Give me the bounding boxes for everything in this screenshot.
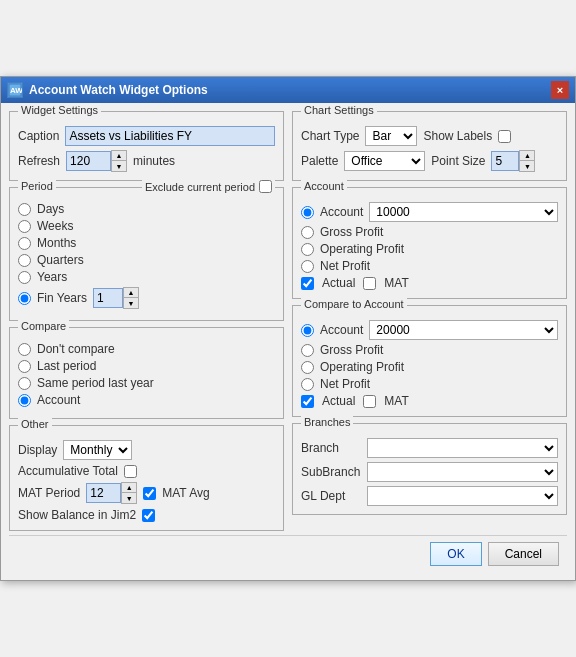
dont-compare-radio[interactable] (18, 343, 31, 356)
account-radio[interactable] (301, 206, 314, 219)
compare-content: Don't compare Last period Same period la… (18, 336, 275, 407)
palette-label: Palette (301, 154, 338, 168)
mat-period-down-button[interactable]: ▼ (122, 493, 136, 503)
ok-button[interactable]: OK (430, 542, 481, 566)
finyears-spinner-buttons: ▲ ▼ (123, 287, 139, 309)
compare-to-account-group: Compare to Account Account 20000 Gross P… (292, 305, 567, 417)
point-size-spinner-buttons: ▲ ▼ (519, 150, 535, 172)
finyears-spinner: ▲ ▼ (93, 287, 139, 309)
caption-input[interactable] (65, 126, 275, 146)
finyears-down-button[interactable]: ▼ (124, 298, 138, 308)
months-label: Months (37, 236, 76, 250)
refresh-down-button[interactable]: ▼ (112, 161, 126, 171)
compare-operating-profit-radio[interactable] (301, 361, 314, 374)
point-size-down-button[interactable]: ▼ (520, 161, 534, 171)
show-balance-checkbox[interactable] (142, 509, 155, 522)
refresh-input[interactable] (66, 151, 111, 171)
finyears-input[interactable] (93, 288, 123, 308)
accumulative-checkbox[interactable] (124, 465, 137, 478)
compare-net-profit-label: Net Profit (320, 377, 370, 391)
compare-gross-profit-radio[interactable] (301, 344, 314, 357)
same-period-radio[interactable] (18, 377, 31, 390)
palette-row: Palette Office Default Classic Grayscale… (301, 150, 558, 172)
compare-gross-profit-label: Gross Profit (320, 343, 383, 357)
compare-actual-mat-row: Actual MAT (301, 394, 558, 408)
same-period-row: Same period last year (18, 376, 275, 390)
display-select[interactable]: Monthly Weekly Daily Yearly (63, 440, 132, 460)
chart-type-select[interactable]: Bar Line Area Pie (365, 126, 417, 146)
actual-checkbox[interactable] (301, 277, 314, 290)
same-period-label: Same period last year (37, 376, 154, 390)
account-select[interactable]: 10000 (369, 202, 558, 222)
other-group-label: Other (18, 418, 52, 430)
years-row: Years (18, 270, 275, 284)
operating-profit-label: Operating Profit (320, 242, 404, 256)
subbranch-select[interactable] (367, 462, 558, 482)
refresh-spinner-buttons: ▲ ▼ (111, 150, 127, 172)
mat-checkbox[interactable] (363, 277, 376, 290)
compare-net-profit-row: Net Profit (301, 377, 558, 391)
weeks-label: Weeks (37, 219, 73, 233)
app-icon: AW (7, 82, 23, 98)
minutes-label: minutes (133, 154, 175, 168)
months-radio[interactable] (18, 237, 31, 250)
days-radio[interactable] (18, 203, 31, 216)
last-period-radio[interactable] (18, 360, 31, 373)
days-row: Days (18, 202, 275, 216)
years-label: Years (37, 270, 67, 284)
mat-period-up-button[interactable]: ▲ (122, 483, 136, 493)
compare-net-profit-radio[interactable] (301, 378, 314, 391)
quarters-row: Quarters (18, 253, 275, 267)
exclude-checkbox[interactable] (259, 180, 272, 193)
point-size-input[interactable] (491, 151, 519, 171)
compare-account-select[interactable]: 20000 (369, 320, 558, 340)
mat-avg-checkbox[interactable] (143, 487, 156, 500)
mat-period-input[interactable] (86, 483, 121, 503)
palette-select[interactable]: Office Default Classic Grayscale (344, 151, 425, 171)
compare-account-radio[interactable] (18, 394, 31, 407)
display-label: Display (18, 443, 57, 457)
mat-period-spinner: ▲ ▼ (86, 482, 137, 504)
branch-select[interactable] (367, 438, 558, 458)
compare-to-account-label: Compare to Account (301, 298, 407, 310)
caption-label: Caption (18, 129, 59, 143)
point-size-up-button[interactable]: ▲ (520, 151, 534, 161)
gross-profit-label: Gross Profit (320, 225, 383, 239)
branches-content: Branch SubBranch GL Dept (301, 432, 558, 506)
point-size-spinner: ▲ ▼ (491, 150, 535, 172)
show-balance-label: Show Balance in Jim2 (18, 508, 136, 522)
chart-type-label: Chart Type (301, 129, 359, 143)
days-label: Days (37, 202, 64, 216)
top-row: Widget Settings Caption Refresh ▲ (9, 111, 567, 531)
operating-profit-radio[interactable] (301, 243, 314, 256)
chart-settings-content: Chart Type Bar Line Area Pie Show Labels (301, 120, 558, 172)
close-button[interactable]: × (551, 81, 569, 99)
weeks-radio[interactable] (18, 220, 31, 233)
refresh-up-button[interactable]: ▲ (112, 151, 126, 161)
exclude-group: Exclude current period (142, 180, 275, 193)
operating-profit-row: Operating Profit (301, 242, 558, 256)
net-profit-radio[interactable] (301, 260, 314, 273)
gldept-label: GL Dept (301, 489, 361, 503)
quarters-radio[interactable] (18, 254, 31, 267)
finyears-label: Fin Years (37, 291, 87, 305)
compare-account2-radio[interactable] (301, 324, 314, 337)
branches-group: Branches Branch SubBranch (292, 423, 567, 515)
mat-avg-label: MAT Avg (162, 486, 209, 500)
finyears-radio[interactable] (18, 292, 31, 305)
finyears-up-button[interactable]: ▲ (124, 288, 138, 298)
right-column: Chart Settings Chart Type Bar Line Area … (292, 111, 567, 531)
show-labels-checkbox[interactable] (498, 130, 511, 143)
exclude-label: Exclude current period (145, 181, 255, 193)
compare-actual-checkbox[interactable] (301, 395, 314, 408)
actual-label: Actual (322, 276, 355, 290)
weeks-row: Weeks (18, 219, 275, 233)
compare-mat-checkbox[interactable] (363, 395, 376, 408)
actual-mat-row: Actual MAT (301, 276, 558, 290)
dialog-title: Account Watch Widget Options (29, 83, 208, 97)
gross-profit-radio[interactable] (301, 226, 314, 239)
years-radio[interactable] (18, 271, 31, 284)
compare-actual-label: Actual (322, 394, 355, 408)
cancel-button[interactable]: Cancel (488, 542, 559, 566)
gldept-select[interactable] (367, 486, 558, 506)
